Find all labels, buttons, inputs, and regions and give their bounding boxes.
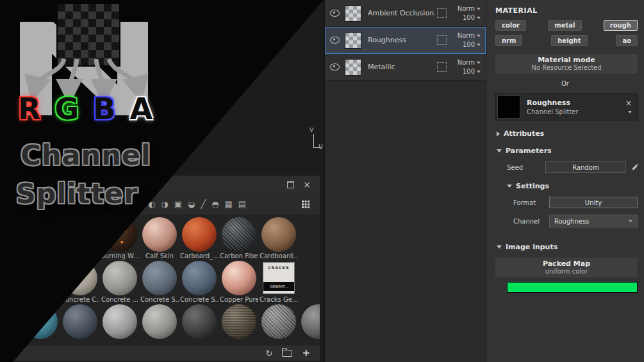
channel-ao-button[interactable]: ao — [616, 35, 638, 46]
shelf-item[interactable]: Carbon Fiber — [219, 217, 259, 261]
shelf-item[interactable]: Calf Skin — [140, 217, 179, 261]
visibility-eye-icon[interactable] — [330, 63, 340, 70]
opacity-dropdown[interactable]: 100 — [463, 68, 481, 75]
edit-pencil-icon[interactable] — [632, 165, 637, 170]
mask-slot-icon[interactable] — [437, 35, 447, 45]
filter-smart-materials-icon[interactable]: ◑ — [161, 200, 168, 208]
shelf-item[interactable]: Concrete S... — [179, 261, 219, 304]
opacity-value: 100 — [463, 68, 475, 75]
layer-row-ambient-occlusion[interactable]: Ambient Occlusion Norm 100 — [325, 0, 486, 27]
resource-clear-icon[interactable]: × — [625, 99, 632, 107]
visibility-eye-icon[interactable] — [330, 37, 340, 44]
layer-thumbnail[interactable] — [345, 32, 361, 49]
packed-map-title: Packed Map — [543, 259, 590, 268]
shelf-item[interactable] — [179, 304, 219, 345]
material-sphere — [103, 261, 137, 295]
packed-map-input[interactable]: Packed Map uniform color — [495, 258, 638, 277]
filter-bitmaps-icon[interactable]: ▤ — [238, 200, 246, 208]
shelf-item[interactable]: Concrete S... — [140, 261, 179, 304]
shelf-item[interactable]: Concrete ... — [100, 261, 140, 304]
refresh-icon[interactable]: ↻ — [266, 349, 273, 358]
material-sphere — [142, 261, 177, 295]
shelf-item[interactable]: CRACKS GENERAT... Cracks Ge... — [259, 261, 299, 304]
axis-u-label: U — [318, 144, 323, 150]
material-sphere — [142, 217, 177, 252]
resource-dropdown-icon[interactable] — [628, 111, 632, 113]
shelf-item[interactable] — [299, 304, 320, 345]
blend-mode-dropdown[interactable]: Norm — [458, 59, 481, 66]
layer-name: Roughness — [368, 36, 437, 44]
shelf-item[interactable] — [259, 304, 299, 345]
filter-brushes-icon[interactable]: ╱ — [201, 200, 206, 208]
shelf-item[interactable] — [100, 304, 140, 345]
blend-mode-dropdown[interactable]: Norm — [458, 32, 481, 39]
shelf-item[interactable]: Copper Pure — [219, 261, 259, 304]
opacity-dropdown[interactable]: 100 — [463, 41, 481, 48]
shelf-item[interactable] — [21, 304, 60, 345]
shelf-item[interactable]: Carboard_... — [179, 217, 219, 261]
section-parameters[interactable]: Parameters — [497, 147, 644, 155]
section-attributes[interactable]: Attributes — [497, 129, 644, 138]
shelf-item-label: Copper Pure — [220, 295, 258, 304]
filter-materials-icon[interactable]: ◐ — [148, 200, 155, 208]
channel-height-button[interactable]: height — [551, 35, 587, 46]
opacity-dropdown[interactable]: 100 — [463, 14, 481, 21]
filter-procedurals-icon[interactable]: ▦ — [225, 200, 233, 208]
shelf-titlebar[interactable]: × — [7, 176, 320, 193]
material-mode-subtitle: No Resource Selected — [531, 64, 601, 72]
resource-name: Roughness — [527, 99, 570, 107]
section-image-inputs[interactable]: Image inputs — [497, 243, 644, 251]
layer-name: Ambient Occlusion — [368, 9, 437, 17]
shelf-item[interactable] — [140, 304, 179, 345]
close-icon[interactable]: × — [303, 180, 311, 189]
layer-thumbnail[interactable] — [345, 5, 361, 22]
shelf-item[interactable] — [219, 304, 259, 345]
shelf-item[interactable] — [60, 304, 100, 345]
chevron-down-icon — [477, 70, 481, 73]
resource-selector[interactable]: Roughness × Channel Splitter — [495, 94, 638, 120]
filter-textures-icon[interactable]: ◒ — [188, 200, 195, 208]
channel-nrm-button[interactable]: nrm — [495, 35, 522, 46]
grid-view-icon[interactable] — [302, 201, 310, 208]
filter-smart-masks-icon[interactable]: ▣ — [174, 200, 182, 208]
channel-color-button[interactable]: color — [495, 20, 526, 31]
channel-metal-button[interactable]: metal — [548, 20, 581, 31]
chevron-down-icon — [477, 62, 481, 64]
format-selector[interactable]: Unity — [549, 197, 638, 208]
chevron-down-icon — [477, 17, 481, 19]
section-parameters-label: Parameters — [506, 147, 552, 155]
chevron-down-icon — [629, 220, 632, 222]
shelf-toolbar: ◐ ◑ ▣ ◒ ╱ ◓ ▦ ▤ — [7, 193, 320, 215]
layer-thumbnail[interactable] — [345, 59, 361, 76]
resource-type: Channel Splitter — [527, 108, 579, 115]
mask-slot-icon[interactable] — [437, 62, 447, 72]
shelf-panel: × ◐ ◑ ▣ ◒ ╱ ◓ ▦ ▤ Burning W... Calf Skin — [6, 175, 320, 362]
folder-icon[interactable] — [282, 350, 292, 357]
seed-input[interactable] — [545, 161, 626, 173]
shelf-item[interactable]: Cardboard... — [259, 217, 299, 261]
mask-slot-icon[interactable] — [437, 8, 447, 18]
shelf-item-label: Concrete C... — [61, 295, 99, 304]
layers-panel: Ambient Occlusion Norm 100 Roughness Nor… — [324, 0, 486, 362]
material-sphere — [142, 304, 177, 339]
blend-mode-dropdown[interactable]: Norm — [458, 5, 481, 12]
shelf-item[interactable]: Burning W... — [100, 217, 140, 261]
packed-map-swatch[interactable] — [507, 282, 638, 293]
layer-row-roughness[interactable]: Roughness Norm 100 — [325, 27, 486, 54]
filter-alphas-icon[interactable]: ◓ — [211, 200, 219, 208]
add-resource-icon[interactable]: + — [302, 349, 310, 358]
float-window-icon[interactable] — [287, 181, 294, 188]
material-sphere — [182, 261, 217, 295]
layer-row-metallic[interactable]: Metallic Norm 100 — [325, 54, 486, 81]
shelf-item[interactable]: Concrete C... — [60, 261, 100, 304]
visibility-eye-icon[interactable] — [330, 10, 340, 17]
channel-dropdown[interactable]: Roughness — [549, 215, 638, 227]
shelf-footer: ↻ + — [7, 345, 320, 361]
shelf-item-label: Concrete ... — [101, 295, 138, 304]
material-mode-button[interactable]: Material mode No Resource Selected — [495, 54, 638, 74]
opacity-value: 100 — [463, 41, 475, 48]
shelf-row-2: Concrete C... Concrete ... Concrete S...… — [7, 261, 320, 304]
channel-rough-button[interactable]: rough — [604, 20, 638, 31]
section-settings[interactable]: Settings — [507, 182, 644, 190]
grid-dots — [302, 201, 304, 202]
